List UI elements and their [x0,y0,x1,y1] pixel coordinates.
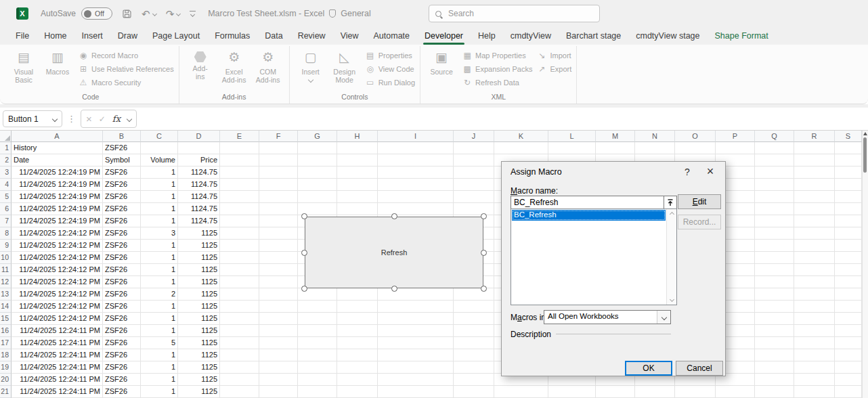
cell-R2[interactable] [794,154,835,167]
cell-B2[interactable]: Symbol [103,154,141,167]
cell-A6[interactable]: 11/24/2025 12:24:19 PM [12,203,103,215]
cell-E7[interactable] [220,215,259,227]
excel-add-ins-button[interactable]: ⚙Excel Add-ins [218,46,251,89]
view-code-button[interactable]: ◎View Code [366,64,415,74]
cell-N21[interactable] [635,386,675,398]
cell-J2[interactable] [454,154,494,167]
cell-E9[interactable] [220,240,259,252]
cell-S14[interactable] [835,301,862,313]
cell-C5[interactable]: 1 [141,191,178,203]
resize-handle-sw[interactable] [301,286,307,292]
tab-review[interactable]: Review [290,27,333,45]
use-relative-references-button[interactable]: ⊞Use Relative References [79,64,174,74]
cell-F12[interactable] [259,276,298,288]
design-mode-button[interactable]: ◺Design Mode [328,46,361,89]
cell-Q13[interactable] [755,288,794,301]
cell-D14[interactable]: 1125 [178,301,220,313]
cell-C3[interactable]: 1 [141,167,178,179]
insert-button[interactable]: ▢Insert [295,46,327,89]
form-button-shape[interactable]: Refresh [305,217,483,288]
cell-B10[interactable]: ZSF26 [103,252,141,264]
cell-F6[interactable] [259,203,298,215]
cell-J21[interactable] [454,386,494,398]
cancel-button[interactable]: Cancel [676,361,723,376]
cell-S15[interactable] [835,313,862,325]
cell-D8[interactable]: 1125 [178,227,220,240]
row-header-12[interactable]: 12 [0,276,12,288]
cell-S13[interactable] [835,288,862,301]
cell-B14[interactable]: ZSF26 [103,301,141,313]
cell-D9[interactable]: 1125 [178,240,220,252]
tab-developer[interactable]: Developer [417,27,471,45]
cell-A21[interactable]: 11/24/2025 12:24:11 PM [12,386,103,398]
row-header-8[interactable]: 8 [0,227,12,240]
cell-I15[interactable] [378,313,454,325]
cell-Q19[interactable] [755,361,794,374]
cell-A5[interactable]: 11/24/2025 12:24:19 PM [12,191,103,203]
cell-Q5[interactable] [755,191,794,203]
cell-P21[interactable] [716,386,755,398]
cell-I18[interactable] [378,349,454,361]
cell-F7[interactable] [259,215,298,227]
row-header-5[interactable]: 5 [0,191,12,203]
search-box[interactable] [429,5,600,22]
cell-D12[interactable]: 1125 [178,276,220,288]
scrollbar-thumb[interactable] [863,137,867,173]
cell-D15[interactable]: 1125 [178,313,220,325]
macro-name-up-button[interactable] [664,196,677,209]
column-header-F[interactable]: F [259,131,298,142]
cell-J13[interactable] [454,288,494,301]
tab-data[interactable]: Data [257,27,290,45]
cell-R7[interactable] [794,215,835,227]
cell-B8[interactable]: ZSF26 [103,227,141,240]
row-header-6[interactable]: 6 [0,203,12,215]
cell-G3[interactable] [298,167,337,179]
cell-D11[interactable]: 1125 [178,264,220,276]
cell-A17[interactable]: 11/24/2025 12:24:11 PM [12,337,103,349]
cell-C1[interactable] [141,142,178,154]
cell-R4[interactable] [794,179,835,191]
cell-B18[interactable]: ZSF26 [103,349,141,361]
cell-C16[interactable]: 1 [141,325,178,337]
cell-M1[interactable] [596,142,635,154]
column-header-H[interactable]: H [337,131,378,142]
cell-B3[interactable]: ZSF26 [103,167,141,179]
cell-C17[interactable]: 5 [141,337,178,349]
cell-H19[interactable] [337,361,378,374]
cell-F16[interactable] [259,325,298,337]
cell-I3[interactable] [378,167,454,179]
cell-D7[interactable]: 1124.75 [178,215,220,227]
cell-C10[interactable]: 1 [141,252,178,264]
sensitivity-label[interactable]: General [341,9,370,18]
cell-R11[interactable] [794,264,835,276]
cell-D2[interactable]: Price [178,154,220,167]
resize-handle-ne[interactable] [481,213,487,219]
cell-O21[interactable] [675,386,716,398]
cell-H1[interactable] [337,142,378,154]
cell-I20[interactable] [378,374,454,386]
cell-B11[interactable]: ZSF26 [103,264,141,276]
cell-A9[interactable]: 11/24/2025 12:24:12 PM [12,240,103,252]
cell-G18[interactable] [298,349,337,361]
cell-R3[interactable] [794,167,835,179]
cell-H6[interactable] [337,203,378,215]
cell-Q9[interactable] [755,240,794,252]
cell-S16[interactable] [835,325,862,337]
cell-C7[interactable]: 1 [141,215,178,227]
cell-E15[interactable] [220,313,259,325]
dialog-help-button[interactable]: ? [682,167,693,177]
cell-Q20[interactable] [755,374,794,386]
cell-G14[interactable] [298,301,337,313]
cell-S2[interactable] [835,154,862,167]
row-header-16[interactable]: 16 [0,325,12,337]
formula-input[interactable] [142,108,868,130]
cell-H3[interactable] [337,167,378,179]
cell-J4[interactable] [454,179,494,191]
undo-dropdown-icon[interactable] [152,11,157,16]
cell-S1[interactable] [835,142,862,154]
column-header-Q[interactable]: Q [755,131,794,142]
cell-F10[interactable] [259,252,298,264]
cell-J3[interactable] [454,167,494,179]
cell-J5[interactable] [454,191,494,203]
save-button[interactable] [122,9,132,19]
